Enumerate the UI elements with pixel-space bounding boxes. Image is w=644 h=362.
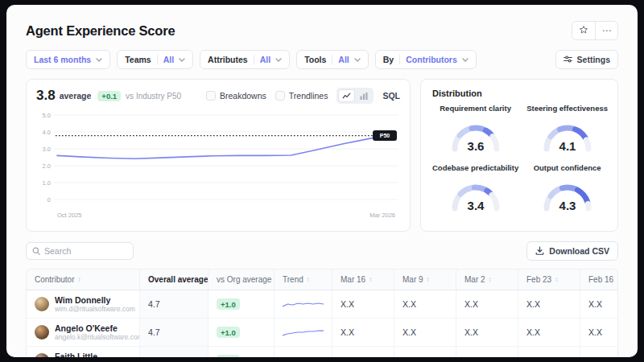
score-cell: X.X bbox=[518, 290, 580, 319]
filter-value: All bbox=[338, 55, 349, 64]
column-header-mar-16[interactable]: Mar 16↕ bbox=[332, 269, 394, 290]
x-axis-tick-start: Oct 2025 bbox=[57, 212, 81, 219]
contributor-identity: Angelo O'Keefeangelo.k@ritualsoftware.co… bbox=[55, 323, 131, 341]
contributor-name: Wim Donnelly bbox=[55, 295, 131, 305]
gauge-segment bbox=[577, 190, 587, 202]
score-cell: X.X bbox=[518, 347, 580, 357]
search-box[interactable] bbox=[26, 242, 134, 260]
column-header-feb-16[interactable]: Feb 16↕ bbox=[580, 269, 617, 290]
column-header-mar-2[interactable]: Mar 2↕ bbox=[456, 269, 518, 290]
score-cell: X.X bbox=[332, 347, 394, 357]
gauge-segment bbox=[460, 188, 472, 195]
download-icon bbox=[535, 246, 544, 257]
filter-chip-attributes[interactable]: AttributesAll bbox=[200, 50, 290, 69]
gauge-segment bbox=[551, 189, 559, 196]
gauge-segment bbox=[474, 187, 485, 189]
breakdowns-label: Breakdowns bbox=[220, 91, 266, 101]
vs-org-badge: +1.0 bbox=[217, 327, 240, 338]
filter-label: By bbox=[383, 55, 394, 64]
title-actions: ⋯ bbox=[572, 21, 618, 40]
sort-icon: ↕ bbox=[369, 276, 372, 283]
ellipsis-icon: ⋯ bbox=[602, 25, 612, 36]
column-header-vs-org-average[interactable]: vs Org average↕ bbox=[208, 269, 275, 290]
gauge-label: Codebase predictability bbox=[432, 163, 518, 172]
score-cell: X.X bbox=[456, 319, 518, 347]
filter-chip-last-6-months[interactable]: Last 6 months bbox=[26, 50, 110, 69]
distribution-card: Distribution Requirement clarity3.6Steer… bbox=[420, 79, 618, 232]
column-header-mar-9[interactable]: Mar 9↕ bbox=[394, 269, 456, 290]
score-cell: X.X bbox=[394, 319, 456, 347]
search-input[interactable] bbox=[44, 246, 127, 256]
score-cell: X.X bbox=[580, 347, 617, 357]
cards-row: 3.8 average +0.1 vs Industry P50 Breakdo… bbox=[26, 79, 618, 232]
line-chart-toggle-button[interactable] bbox=[338, 89, 355, 102]
score-chart-card: 3.8 average +0.1 vs Industry P50 Breakdo… bbox=[26, 79, 411, 232]
average-score-label: average bbox=[60, 91, 92, 101]
contributor-cell[interactable]: Wim Donnellywim.d@ritualsoftware.com bbox=[27, 290, 140, 319]
column-header-contributor[interactable]: Contributor↕ bbox=[27, 269, 140, 290]
column-label: Overall average bbox=[148, 275, 208, 284]
chevron-down-icon bbox=[354, 58, 361, 62]
vs-org-badge: +1.0 bbox=[217, 355, 240, 357]
filter-chip-tools[interactable]: ToolsAll bbox=[296, 50, 369, 69]
gauge-arc: 4.1 bbox=[530, 113, 605, 153]
settings-button[interactable]: Settings bbox=[555, 50, 618, 69]
gauge-arc: 3.6 bbox=[439, 113, 513, 153]
filter-chip-teams[interactable]: TeamsAll bbox=[117, 50, 193, 69]
sql-button[interactable]: SQL bbox=[382, 91, 400, 101]
download-csv-label: Download CSV bbox=[549, 246, 609, 256]
gauge-segment bbox=[492, 195, 497, 208]
gauge-label: Requirement clarity bbox=[432, 104, 518, 113]
column-header-trend[interactable]: Trend↕ bbox=[275, 269, 332, 290]
divider bbox=[254, 55, 254, 64]
download-csv-button[interactable]: Download CSV bbox=[526, 241, 618, 261]
column-label: Contributor bbox=[35, 275, 74, 284]
chevron-down-icon bbox=[179, 58, 185, 62]
column-label: Trend bbox=[283, 275, 303, 284]
chevron-down-icon bbox=[275, 58, 282, 62]
contributor-cell[interactable]: Faith Littlefaith.l@ritualsoftware.com bbox=[27, 347, 140, 357]
gauge-segment bbox=[472, 128, 484, 130]
contributor-email: wim.d@ritualsoftware.com bbox=[55, 305, 131, 313]
filter-chip-by[interactable]: ByContributors bbox=[375, 50, 477, 69]
column-header-overall-average[interactable]: Overall average▾ bbox=[140, 269, 208, 290]
gauge-segment bbox=[455, 196, 459, 208]
bar-chart-toggle-button[interactable] bbox=[355, 89, 372, 102]
overall-average-cell: 4.7 bbox=[140, 290, 208, 319]
column-header-feb-23[interactable]: Feb 23↕ bbox=[518, 269, 580, 290]
trend-sparkline bbox=[283, 298, 324, 311]
score-line-chart[interactable]: 5.04.03.02.01.00P50Oct 2025Mar 2026 bbox=[36, 104, 400, 224]
vs-org-badge: +1.0 bbox=[217, 298, 240, 310]
table-toolbar: Download CSV bbox=[26, 241, 618, 261]
dashboard-window: Agent Experience Score ⋯ Last 6 monthsTe… bbox=[6, 5, 638, 357]
divider bbox=[332, 55, 332, 64]
score-cell: X.X bbox=[580, 290, 617, 319]
vs-org-average-cell: +1.0 bbox=[208, 290, 275, 319]
filter-label: Attributes bbox=[208, 55, 248, 64]
filter-label: Tools bbox=[304, 55, 326, 64]
sort-icon: ↕ bbox=[489, 276, 492, 283]
filter-value: All bbox=[163, 55, 174, 64]
more-menu-button[interactable]: ⋯ bbox=[595, 22, 617, 39]
gauge-segment bbox=[551, 130, 558, 137]
vs-org-average-cell: +1.0 bbox=[208, 319, 275, 347]
trendlines-checkbox[interactable]: Trendlines bbox=[275, 91, 328, 101]
contributor-cell[interactable]: Angelo O'Keefeangelo.k@ritualsoftware.co… bbox=[27, 319, 140, 347]
breakdowns-checkbox[interactable]: Breakdowns bbox=[206, 91, 266, 101]
filter-bar: Last 6 monthsTeamsAllAttributesAllToolsA… bbox=[26, 50, 618, 69]
score-cell: X.X bbox=[332, 290, 394, 319]
favorite-button[interactable] bbox=[572, 22, 595, 39]
chevron-down-icon bbox=[462, 58, 469, 62]
filter-value: Last 6 months bbox=[34, 55, 91, 64]
bar-chart-icon bbox=[360, 93, 368, 100]
chart-controls: Breakdowns Trendlines bbox=[206, 88, 400, 104]
page-title: Agent Experience Score bbox=[26, 23, 175, 39]
divider bbox=[157, 55, 158, 64]
sliders-icon bbox=[564, 55, 572, 65]
title-bar: Agent Experience Score ⋯ bbox=[26, 21, 618, 40]
score-cell: X.X bbox=[518, 319, 580, 347]
gauge-value: 3.6 bbox=[467, 139, 484, 153]
gauge-segment bbox=[547, 199, 549, 209]
column-label: Mar 16 bbox=[341, 275, 365, 284]
search-icon bbox=[32, 244, 40, 258]
